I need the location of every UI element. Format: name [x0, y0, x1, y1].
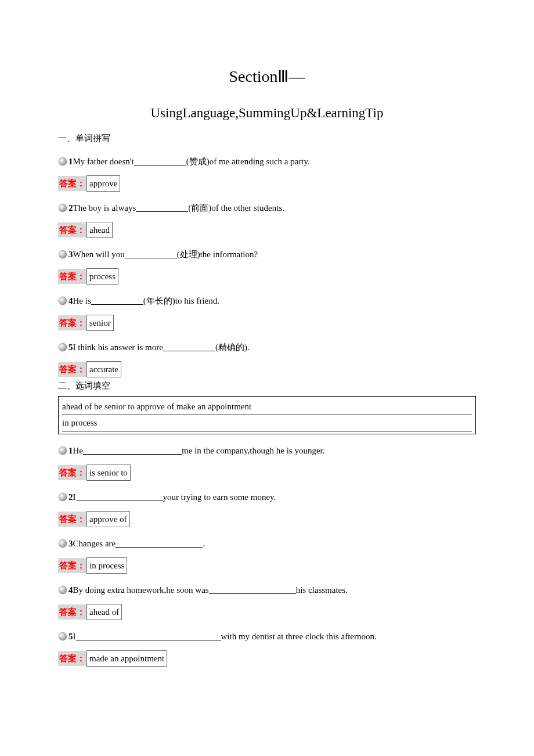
- s1-q5-post: (精确的).: [215, 340, 250, 354]
- s1-q4-pre: He is: [73, 294, 91, 308]
- bullet-icon: [58, 343, 67, 352]
- wordbank-line2: in process: [62, 415, 472, 431]
- s1-q2-num: 2: [68, 201, 73, 215]
- s1-q3-answer: process: [86, 268, 118, 285]
- s2-q4-pre: By doing extra homework,he soon was: [73, 583, 209, 597]
- bullet-icon: [58, 492, 67, 502]
- title-line-1: SectionⅢ—: [58, 64, 476, 90]
- answer-label: 答案：: [58, 512, 86, 527]
- bullet-icon: [58, 250, 67, 259]
- s1-q2-answer-row: 答案： ahead: [58, 222, 476, 238]
- svg-point-3: [59, 297, 67, 305]
- s1-q3-answer-row: 答案： process: [58, 268, 476, 285]
- s1-q5-answer: accurate: [86, 361, 121, 377]
- s2-q2-answer: approve of: [86, 511, 130, 527]
- s1-q3: 3 When will you (处理)the information?: [58, 247, 476, 261]
- svg-point-0: [59, 157, 67, 165]
- s2-q3-post: .: [203, 537, 205, 550]
- blank: [134, 157, 186, 165]
- answer-label: 答案：: [58, 604, 86, 620]
- answer-label: 答案：: [58, 222, 86, 237]
- s2-q4-answer: ahead of: [86, 604, 122, 620]
- blank: [76, 492, 163, 501]
- svg-point-6: [59, 493, 67, 501]
- s2-q2-num: 2: [68, 490, 73, 504]
- s2-q5-answer-row: 答案： made an appointment: [58, 650, 476, 667]
- bullet-icon: [58, 157, 67, 166]
- bullet-icon: [58, 585, 67, 595]
- s2-q4-post: his classmates.: [296, 583, 348, 597]
- svg-point-4: [59, 343, 67, 351]
- s2-q3: 3 Changes are .: [58, 537, 476, 550]
- wordbank: ahead of be senior to approve of make an…: [58, 396, 476, 434]
- s1-q5-pre: I think his answer is more: [73, 340, 163, 354]
- s1-q4-post: (年长的)to his friend.: [143, 294, 219, 308]
- s1-q2: 2 The boy is always (前面)of the other stu…: [58, 201, 476, 215]
- answer-label: 答案：: [58, 315, 86, 330]
- svg-point-8: [59, 586, 67, 594]
- s2-q4: 4 By doing extra homework,he soon was hi…: [58, 583, 476, 597]
- s2-q1-pre: He: [73, 444, 84, 458]
- bullet-icon: [58, 632, 67, 641]
- s1-q4: 4 He is (年长的)to his friend.: [58, 294, 476, 308]
- s1-q5-answer-row: 答案： accurate: [58, 361, 476, 377]
- s2-q1-num: 1: [68, 444, 73, 458]
- svg-point-7: [59, 539, 67, 548]
- s2-q1-post: me in the company,though he is younger.: [182, 444, 324, 458]
- s1-q4-answer: senior: [86, 315, 114, 331]
- s1-q4-answer-row: 答案： senior: [58, 315, 476, 331]
- blank: [91, 296, 143, 305]
- answer-label: 答案：: [58, 269, 86, 284]
- s1-q3-post: (处理)the information?: [177, 247, 258, 261]
- title-line-2: UsingLanguage,SummingUp&LearningTip: [58, 103, 476, 124]
- answer-label: 答案：: [58, 558, 86, 573]
- svg-point-5: [59, 447, 67, 455]
- bullet-icon: [58, 296, 67, 305]
- s1-q1: 1 My father doesn't (赞成)of me attending …: [58, 154, 476, 168]
- blank: [83, 446, 182, 455]
- wordbank-line1: ahead of be senior to approve of make an…: [62, 399, 472, 415]
- blank: [76, 632, 221, 640]
- section1-heading: 一、单词拼写: [58, 131, 476, 145]
- s2-q5-answer: made an appointment: [86, 650, 167, 667]
- s1-q4-num: 4: [68, 294, 73, 308]
- s2-q1-answer: is senior to: [86, 465, 131, 481]
- s1-q5-num: 5: [68, 340, 73, 354]
- s1-q2-pre: The boy is always: [73, 201, 136, 215]
- blank: [116, 539, 203, 548]
- s1-q2-post: (前面)of the other students.: [188, 201, 284, 215]
- svg-point-1: [59, 204, 67, 212]
- s2-q3-num: 3: [68, 537, 73, 550]
- s2-q5-post: with my dentist at three clock this afte…: [221, 629, 377, 643]
- blank: [136, 203, 188, 212]
- answer-label: 答案：: [58, 651, 86, 666]
- s2-q2-post: your trying to earn some money.: [163, 490, 276, 504]
- s1-q3-pre: When will you: [73, 247, 125, 261]
- s2-q3-pre: Changes are: [73, 537, 116, 550]
- bullet-icon: [58, 539, 67, 548]
- blank: [125, 250, 177, 258]
- s2-q3-answer: in process: [86, 557, 127, 574]
- section2-heading: 二、选词填空: [58, 379, 476, 393]
- s2-q2-answer-row: 答案： approve of: [58, 511, 476, 527]
- s2-q1-answer-row: 答案： is senior to: [58, 465, 476, 481]
- s1-q2-answer: ahead: [86, 222, 113, 238]
- s1-q1-post: (赞成)of me attending such a party.: [186, 154, 310, 168]
- answer-label: 答案：: [58, 176, 86, 191]
- s2-q3-answer-row: 答案： in process: [58, 557, 476, 574]
- svg-point-9: [59, 632, 67, 640]
- bullet-icon: [58, 203, 67, 213]
- blank: [163, 343, 215, 351]
- answer-label: 答案：: [58, 362, 86, 377]
- s1-q1-answer-row: 答案： approve: [58, 175, 476, 192]
- s1-q1-num: 1: [68, 154, 73, 168]
- svg-point-2: [59, 250, 67, 258]
- s1-q1-answer: approve: [86, 175, 120, 192]
- s2-q4-answer-row: 答案： ahead of: [58, 604, 476, 620]
- s2-q4-num: 4: [68, 583, 73, 597]
- s2-q5-num: 5: [68, 629, 73, 643]
- blank: [209, 585, 296, 594]
- s2-q5: 5 I with my dentist at three clock this …: [58, 629, 476, 643]
- s1-q5: 5 I think his answer is more (精确的).: [58, 340, 476, 354]
- answer-label: 答案：: [58, 465, 86, 480]
